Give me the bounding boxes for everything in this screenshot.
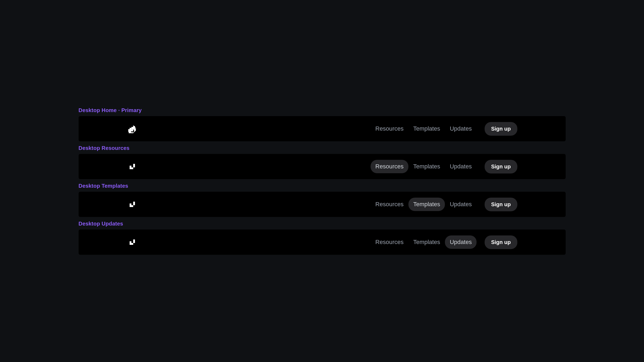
navbar-updates: Resources Templates Updates Sign up [79,230,566,255]
signup-button[interactable]: Sign up [485,122,517,136]
nav-link-templates[interactable]: Templates [408,160,445,173]
variant-label-home: Desktop Home · Primary [79,107,566,113]
navbar-home: Resources Templates Updates Sign up [79,116,566,141]
variant-label-updates: Desktop Updates [79,221,566,227]
nav-links-group: Resources Templates Updates [371,122,477,135]
nav-right: Resources Templates Updates Sign up [371,160,517,173]
nav-link-resources[interactable]: Resources [371,198,408,211]
nav-link-updates[interactable]: Updates [445,198,477,211]
nav-right: Resources Templates Updates Sign up [371,122,517,136]
navbar-templates: Resources Templates Updates Sign up [79,192,566,217]
logo-icon[interactable] [127,161,138,172]
nav-links-group: Resources Templates Updates [371,160,477,173]
nav-link-updates[interactable]: Updates [445,122,477,135]
nav-link-updates[interactable]: Updates [445,235,477,249]
nav-link-updates[interactable]: Updates [445,160,477,173]
logo-icon[interactable] [127,237,138,248]
signup-button[interactable]: Sign up [485,235,517,249]
signup-button[interactable]: Sign up [485,198,517,211]
nav-links-group: Resources Templates Updates [371,235,477,249]
nav-link-templates[interactable]: Templates [408,198,445,211]
navbar-resources: Resources Templates Updates Sign up [79,154,566,179]
nav-link-templates[interactable]: Templates [408,235,445,249]
logo-icon[interactable] [127,199,138,210]
nav-link-resources[interactable]: Resources [371,235,408,249]
nav-link-templates[interactable]: Templates [408,122,445,135]
variants-container: Desktop Home · Primary Resources Templat… [79,107,566,255]
nav-links-group: Resources Templates Updates [371,198,477,211]
nav-link-resources[interactable]: Resources [371,160,408,173]
nav-link-resources[interactable]: Resources [371,122,408,135]
nav-right: Resources Templates Updates Sign up [371,198,517,211]
logo-icon[interactable] [127,123,138,134]
signup-button[interactable]: Sign up [485,160,517,173]
variant-label-templates: Desktop Templates [79,183,566,189]
variant-label-resources: Desktop Resources [79,145,566,151]
nav-right: Resources Templates Updates Sign up [371,235,517,249]
